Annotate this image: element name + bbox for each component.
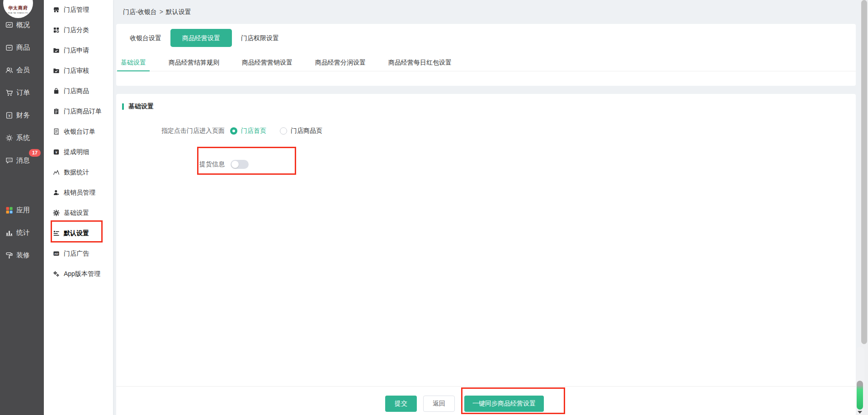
breadcrumb-separator: > xyxy=(160,8,163,16)
subtab-marketing[interactable]: 商品经营营销设置 xyxy=(238,55,296,71)
pickup-info-toggle[interactable] xyxy=(231,160,249,169)
submenu-item-store-apply[interactable]: 门店申请 xyxy=(44,40,113,61)
system-icon xyxy=(5,134,13,142)
sidebar-item-finance[interactable]: ¥财务 xyxy=(0,104,44,126)
bag-icon xyxy=(53,88,60,94)
clipboard-icon xyxy=(53,108,60,115)
goods-icon xyxy=(5,44,13,51)
sidebar-item-system[interactable]: 系统 xyxy=(0,126,44,149)
sidebar-item-label: 应用 xyxy=(16,206,30,214)
submenu-item-label: 收银台订单 xyxy=(64,128,95,136)
messages-count-badge: 17 xyxy=(29,149,41,157)
subtab-profit[interactable]: 商品经营分润设置 xyxy=(311,55,369,71)
submenu-item-basic-settings[interactable]: 基础设置 xyxy=(44,203,113,223)
form-footer: 提交 返回 一键同步商品经营设置 xyxy=(116,386,856,415)
submenu-item-store-category[interactable]: 门店分类 xyxy=(44,20,113,40)
sidebar-item-apps[interactable]: 应用 xyxy=(0,199,44,221)
sidebar-item-label: 会员 xyxy=(16,66,30,75)
grid-icon xyxy=(53,27,60,33)
submenu-item-store-goods-orders[interactable]: 门店商品订单 xyxy=(44,101,113,121)
submenu-item-store-management[interactable]: 门店管理 xyxy=(44,0,113,20)
subtab-settlement[interactable]: 商品经营结算规则 xyxy=(165,55,223,71)
scroll-down-arrow-icon[interactable] xyxy=(858,411,862,414)
entry-page-option-1[interactable]: 门店商品页 xyxy=(280,127,322,135)
apps-icon xyxy=(5,206,13,214)
person-icon xyxy=(53,189,60,196)
sidebar-item-label: 订单 xyxy=(16,89,30,97)
footer-button-group: 提交 返回 一键同步商品经营设置 xyxy=(385,396,544,412)
sidebar-item-label: 装修 xyxy=(16,251,30,260)
tab-cashier-settings[interactable]: 收银台设置 xyxy=(129,29,162,47)
secondary-nav: 门店管理门店分类门店申请门店审核门店商品门店商品订单收银台订单¥提成明细数据统计… xyxy=(44,0,113,284)
stats-icon xyxy=(5,229,13,237)
chart-icon xyxy=(53,169,60,176)
store-icon xyxy=(53,6,60,13)
submenu-item-label: 门店审核 xyxy=(64,67,89,75)
submenu-item-label: App版本管理 xyxy=(64,270,100,278)
entry-page-radio-group: 门店首页门店商品页 xyxy=(230,127,336,135)
submenu-item-label: 数据统计 xyxy=(64,168,89,177)
messages-icon xyxy=(5,157,13,164)
submenu-item-label: 门店商品 xyxy=(64,87,89,95)
sidebar-item-statistics[interactable]: 统计 xyxy=(0,221,44,244)
sidebar-item-decorate[interactable]: 装修 xyxy=(0,244,44,266)
submit-button[interactable]: 提交 xyxy=(385,396,417,412)
entry-page-label: 指定点击门店进入页面 xyxy=(116,127,225,135)
radio-selected-icon[interactable] xyxy=(230,127,237,135)
main-area: 门店-收银台 > 默认设置 收银台设置商品经营设置门店权限设置 基础设置商品经营… xyxy=(113,0,868,415)
radio-unselected-icon[interactable] xyxy=(280,127,287,135)
submenu-item-commission-details[interactable]: ¥提成明细 xyxy=(44,142,113,162)
receipt-icon xyxy=(53,128,60,135)
subtab-red-packet[interactable]: 商品经营每日红包设置 xyxy=(385,55,455,71)
sidebar-item-label: 系统 xyxy=(16,134,30,142)
submenu-item-store-ads[interactable]: AD门店广告 xyxy=(44,243,113,264)
window-scrollbar-thumb[interactable] xyxy=(861,0,867,344)
primary-nav: 概况商品会员订单¥财务系统消息17应用统计装修 xyxy=(0,14,44,266)
folder-check-icon xyxy=(53,47,60,54)
submenu-item-store-goods[interactable]: 门店商品 xyxy=(44,81,113,101)
subtab-basic[interactable]: 基础设置 xyxy=(117,55,150,71)
gears-icon xyxy=(53,270,60,277)
submenu-item-default-settings[interactable]: 默认设置 xyxy=(44,223,113,243)
submenu-item-store-audit[interactable]: 门店审核 xyxy=(44,61,113,81)
radio-option-label: 门店首页 xyxy=(241,127,266,135)
tab-store-permissions[interactable]: 门店权限设置 xyxy=(240,29,280,47)
section-title: 基础设置 xyxy=(122,103,154,111)
submenu-item-label: 门店管理 xyxy=(64,6,89,14)
sidebar-item-label: 消息 xyxy=(16,156,30,165)
subtab-row: 基础设置商品经营结算规则商品经营营销设置商品经营分润设置商品经营每日红包设置 xyxy=(116,55,856,71)
inner-scrollbar-thumb[interactable] xyxy=(857,381,863,410)
sidebar-item-goods[interactable]: 商品 xyxy=(0,36,44,59)
radio-option-label: 门店商品页 xyxy=(291,127,322,135)
tab-row: 收银台设置商品经营设置门店权限设置 xyxy=(129,29,288,47)
sync-settings-button[interactable]: 一键同步商品经营设置 xyxy=(464,396,544,412)
primary-sidebar: 华太商府 HUA TAI SHANG FU 概况商品会员订单¥财务系统消息17应… xyxy=(0,0,44,415)
pickup-info-row: 提货信息 xyxy=(116,159,249,170)
members-icon xyxy=(5,66,13,74)
orders-icon xyxy=(5,89,13,97)
submenu-item-verifier-management[interactable]: 核销员管理 xyxy=(44,182,113,203)
submenu-item-label: 基础设置 xyxy=(64,209,89,217)
yen-icon: ¥ xyxy=(53,149,60,155)
breadcrumb-parent[interactable]: 门店-收银台 xyxy=(123,8,157,16)
sidebar-item-messages[interactable]: 消息17 xyxy=(0,149,44,172)
sidebar-item-members[interactable]: 会员 xyxy=(0,59,44,81)
submenu-item-data-statistics[interactable]: 数据统计 xyxy=(44,162,113,182)
entry-page-option-0[interactable]: 门店首页 xyxy=(230,127,266,135)
sidebar-item-orders[interactable]: 订单 xyxy=(0,81,44,104)
app-window: 华太商府 HUA TAI SHANG FU 概况商品会员订单¥财务系统消息17应… xyxy=(0,0,868,415)
submenu-item-label: 门店广告 xyxy=(64,250,89,258)
sidebar-item-label: 财务 xyxy=(16,111,30,120)
tab-goods-operation[interactable]: 商品经营设置 xyxy=(170,29,232,47)
submenu-item-label: 核销员管理 xyxy=(64,189,95,197)
sidebar-item-overview[interactable]: 概况 xyxy=(0,14,44,36)
section-title-text: 基础设置 xyxy=(128,103,154,111)
section-title-bar xyxy=(122,103,124,110)
submenu-item-cashier-orders[interactable]: 收银台订单 xyxy=(44,121,113,142)
ad-icon: AD xyxy=(53,250,60,257)
finance-icon: ¥ xyxy=(5,112,13,119)
submenu-item-app-version[interactable]: App版本管理 xyxy=(44,264,113,284)
back-button[interactable]: 返回 xyxy=(423,396,455,412)
svg-text:¥: ¥ xyxy=(55,150,57,154)
toggle-knob xyxy=(231,161,239,168)
